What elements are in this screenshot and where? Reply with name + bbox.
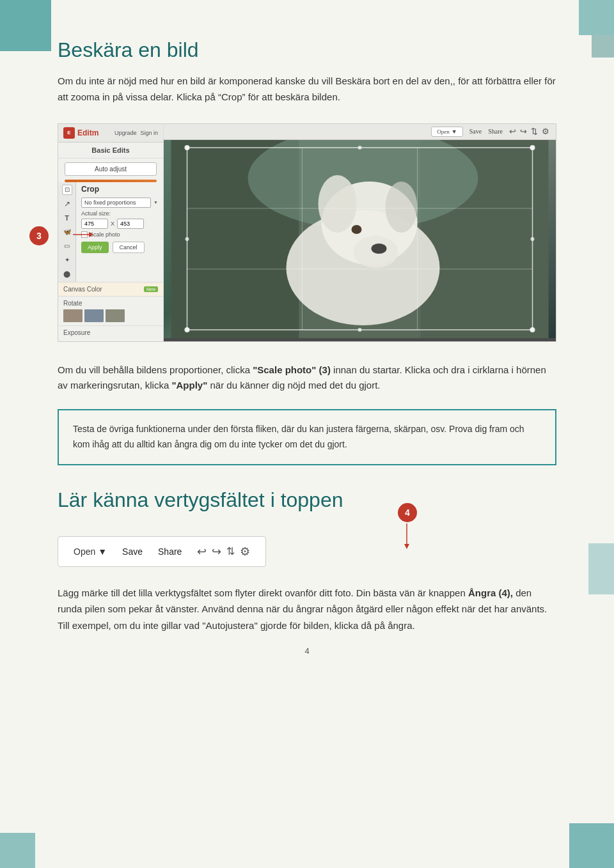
svg-marker-1	[89, 232, 93, 237]
apply-bold: "Apply"	[171, 380, 207, 391]
proportion-select[interactable]: No fixed proportions	[81, 198, 151, 208]
angra-bold: Ångra (4),	[468, 587, 513, 598]
rotate-thumb-3	[106, 309, 125, 322]
apple-tool-icon[interactable]: ⬤	[62, 269, 72, 279]
info-box-text: Testa de övriga funktionerna under den f…	[73, 424, 524, 449]
svg-point-8	[319, 175, 357, 233]
redo-icon[interactable]: ↪	[520, 127, 527, 137]
svg-point-12	[352, 225, 362, 234]
sparkle-tool-icon[interactable]: ✦	[62, 255, 72, 265]
canvas-color-row: Canvas Color New	[58, 282, 163, 296]
logo-text: Editm	[77, 128, 98, 137]
text-tool-icon[interactable]: T	[62, 213, 72, 223]
svg-point-25	[531, 237, 535, 241]
screenshot-container: 3 E Editm Upgrade Sign in Basic Edits	[58, 123, 556, 342]
toolbar-mockup-container: 4 Open ▼ Save Share ↩ ↪ ⇅ ⚙	[58, 525, 556, 567]
toolbar-save-label[interactable]: Save	[122, 546, 143, 557]
page-title: Beskära en bild	[58, 38, 556, 62]
sign-in-link[interactable]: Sign in	[140, 130, 158, 136]
toolbar-compare-icon[interactable]: ⇅	[226, 545, 235, 557]
save-label[interactable]: Save	[469, 128, 482, 135]
annotation-4: 4	[398, 503, 417, 522]
toolbar-undo-icon[interactable]: ↩	[197, 545, 207, 559]
select-arrow-icon: ▼	[154, 200, 158, 205]
photo-image	[164, 140, 556, 338]
basic-edits-label: Basic Edits	[58, 143, 163, 159]
crop-title: Crop	[81, 185, 158, 194]
sidebar-logo: E Editm	[63, 127, 98, 139]
gear-icon[interactable]: ⚙	[542, 127, 549, 137]
section-2-title: Lär känna vertygsfältet i toppen	[58, 488, 556, 512]
new-badge: New	[144, 286, 158, 292]
svg-point-11	[372, 244, 387, 254]
toolbar-open-label: Open	[74, 546, 95, 557]
svg-point-24	[185, 237, 189, 241]
deco-bottom-left	[0, 833, 35, 868]
actual-size-label: Actual size:	[81, 210, 158, 217]
photo-svg	[164, 140, 556, 338]
x-separator: X	[111, 221, 114, 227]
open-arrow-icon: ▼	[452, 128, 457, 135]
svg-point-22	[358, 146, 362, 150]
svg-point-21	[530, 327, 535, 332]
svg-point-23	[358, 328, 362, 332]
annotation-3: 3	[29, 226, 49, 245]
auto-adjust-button[interactable]: Auto adjust	[65, 162, 157, 176]
canvas-color-label[interactable]: Canvas Color	[63, 286, 102, 293]
cancel-button[interactable]: Cancel	[113, 242, 145, 253]
rotate-label[interactable]: Rotate	[63, 300, 82, 307]
open-button-photo[interactable]: Open ▼	[431, 127, 462, 137]
annotation-arrow	[51, 225, 95, 244]
svg-point-18	[185, 145, 190, 150]
toolbar-right-icons: ↩ ↪ ⇅ ⚙	[509, 127, 549, 137]
rotate-preview	[63, 309, 158, 322]
toolbar-mockup: Open ▼ Save Share ↩ ↪ ⇅ ⚙	[58, 536, 266, 567]
svg-point-20	[185, 327, 190, 332]
deco-bottom-right	[569, 823, 614, 868]
toolbar-action-icons: ↩ ↪ ⇅ ⚙	[197, 545, 250, 559]
proportion-select-row: No fixed proportions ▼	[81, 198, 158, 208]
scale-photo-bold: "Scale photo" (3)	[253, 364, 331, 375]
intro-text: Om du inte är nöjd med hur en bild är ko…	[58, 74, 556, 105]
rotate-row: Rotate	[58, 296, 163, 325]
photo-toolbar: Open ▼ Save Share ↩ ↪ ⇅ ⚙	[164, 124, 556, 140]
sidebar-header: E Editm Upgrade Sign in	[58, 124, 163, 143]
toolbar-open-arrow: ▼	[98, 546, 107, 557]
arrow-tool-icon[interactable]: ↗	[62, 199, 72, 209]
svg-point-9	[386, 182, 418, 233]
page-number: 4	[58, 646, 556, 656]
svg-marker-27	[404, 544, 409, 549]
exposure-row: Exposure	[58, 325, 163, 339]
compare-icon[interactable]: ⇅	[531, 127, 538, 137]
sidebar-nav-links: Upgrade Sign in	[114, 130, 158, 136]
crop-tool-icon[interactable]: ⊡	[62, 185, 72, 195]
height-input[interactable]	[117, 219, 144, 229]
annotation-4-arrow	[400, 523, 413, 549]
logo-icon: E	[63, 127, 75, 139]
upgrade-link[interactable]: Upgrade	[114, 130, 137, 136]
crop-panel: Crop No fixed proportions ▼ Actual size:…	[76, 182, 163, 260]
toolbar-open-btn[interactable]: Open ▼	[74, 546, 107, 557]
share-label[interactable]: Share	[488, 128, 503, 135]
bottom-text: Lägg märke till det lilla verktygsfältet…	[58, 585, 556, 634]
info-box: Testa de övriga funktionerna under den f…	[58, 409, 556, 465]
undo-icon[interactable]: ↩	[509, 127, 516, 137]
open-label: Open	[437, 128, 450, 135]
svg-point-19	[530, 145, 535, 150]
rotate-thumb-2	[84, 309, 104, 322]
exposure-label[interactable]: Exposure	[63, 329, 90, 336]
body-text-1: Om du vill behålla bildens proportioner,…	[58, 362, 556, 394]
photo-panel: Open ▼ Save Share ↩ ↪ ⇅ ⚙	[164, 124, 556, 341]
rotate-thumb-1	[63, 309, 83, 322]
toolbar-redo-icon[interactable]: ↪	[212, 545, 221, 559]
toolbar-gear-icon[interactable]: ⚙	[240, 545, 250, 559]
toolbar-share-label[interactable]: Share	[158, 546, 182, 557]
